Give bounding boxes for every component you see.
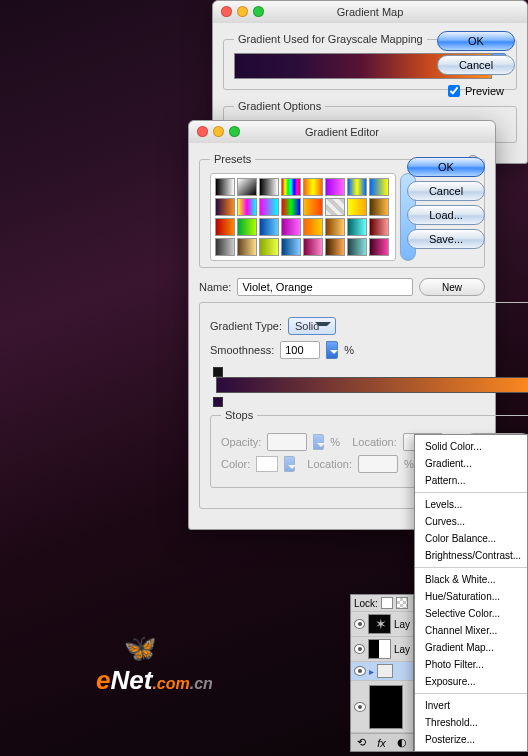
menu-item[interactable]: Gradient... xyxy=(415,455,527,472)
smoothness-dropdown-icon[interactable] xyxy=(326,341,338,359)
preset-swatch[interactable] xyxy=(237,198,257,216)
preset-swatch[interactable] xyxy=(369,238,389,256)
menu-item[interactable]: Brightness/Contrast... xyxy=(415,547,527,564)
minimize-icon[interactable] xyxy=(213,126,224,137)
preset-swatch[interactable] xyxy=(325,198,345,216)
preset-swatch[interactable] xyxy=(347,218,367,236)
layers-footer: ⟲ fx ◐ xyxy=(351,733,413,751)
menu-item[interactable]: Channel Mixer... xyxy=(415,622,527,639)
type-select[interactable]: Solid xyxy=(288,317,336,335)
lock-transparency-icon[interactable] xyxy=(381,597,393,609)
visibility-icon[interactable] xyxy=(354,702,366,712)
load-button[interactable]: Load... xyxy=(407,205,485,225)
menu-item[interactable]: Levels... xyxy=(415,496,527,513)
gradient-bar[interactable] xyxy=(210,367,528,407)
menu-item[interactable]: Curves... xyxy=(415,513,527,530)
color-stop-left[interactable] xyxy=(213,397,223,407)
menu-item[interactable]: Hue/Saturation... xyxy=(415,588,527,605)
preset-swatch[interactable] xyxy=(281,178,301,196)
menu-item[interactable]: Posterize... xyxy=(415,731,527,748)
preset-swatch[interactable] xyxy=(215,238,235,256)
new-button[interactable]: New xyxy=(419,278,485,296)
presets-legend: Presets xyxy=(210,153,255,165)
preset-swatch[interactable] xyxy=(303,178,323,196)
location-label: Location: xyxy=(352,436,397,448)
close-icon[interactable] xyxy=(221,6,232,17)
preset-swatch[interactable] xyxy=(281,198,301,216)
editor-cancel-button[interactable]: Cancel xyxy=(407,181,485,201)
preset-swatch[interactable] xyxy=(215,198,235,216)
adjustment-thumb[interactable] xyxy=(368,639,391,659)
butterfly-icon: 🦋 xyxy=(124,633,156,664)
link-icon[interactable]: ⟲ xyxy=(357,736,366,749)
layer-name: Lay xyxy=(394,644,410,655)
menu-item[interactable]: Exposure... xyxy=(415,673,527,690)
preview-checkbox[interactable]: Preview xyxy=(437,85,515,97)
preview-input[interactable] xyxy=(448,85,460,97)
preset-swatch[interactable] xyxy=(281,218,301,236)
ok-button[interactable]: OK xyxy=(437,31,515,51)
adjustment-layer-menu: Solid Color...Gradient...Pattern...Level… xyxy=(414,434,528,752)
menu-item[interactable]: Black & White... xyxy=(415,571,527,588)
preset-swatch[interactable] xyxy=(303,218,323,236)
cancel-button[interactable]: Cancel xyxy=(437,55,515,75)
preset-swatch[interactable] xyxy=(325,178,345,196)
preset-swatch[interactable] xyxy=(303,198,323,216)
gradient-map-titlebar[interactable]: Gradient Map xyxy=(213,1,527,23)
opacity-stop-left[interactable] xyxy=(213,367,223,377)
preset-swatch[interactable] xyxy=(325,218,345,236)
editor-titlebar[interactable]: Gradient Editor xyxy=(189,121,495,143)
layer-row[interactable]: Lay xyxy=(351,612,413,637)
layer-row[interactable] xyxy=(351,681,413,733)
preset-swatch[interactable] xyxy=(237,238,257,256)
zoom-icon[interactable] xyxy=(229,126,240,137)
menu-item[interactable]: Photo Filter... xyxy=(415,656,527,673)
visibility-icon[interactable] xyxy=(354,666,366,676)
menu-item[interactable]: Color Balance... xyxy=(415,530,527,547)
folder-icon[interactable] xyxy=(377,664,393,678)
preset-swatch[interactable] xyxy=(369,198,389,216)
preset-swatch[interactable] xyxy=(281,238,301,256)
preset-swatch[interactable] xyxy=(347,238,367,256)
layer-row-selected[interactable]: ▸ xyxy=(351,662,413,681)
menu-item[interactable]: Pattern... xyxy=(415,472,527,489)
visibility-icon[interactable] xyxy=(354,644,365,654)
layer-row[interactable]: Lay xyxy=(351,637,413,662)
preset-swatch[interactable] xyxy=(347,178,367,196)
preset-swatch[interactable] xyxy=(347,198,367,216)
mask-icon[interactable]: ◐ xyxy=(397,736,407,749)
opacity-dropdown-icon xyxy=(313,434,324,450)
layer-name: Lay xyxy=(394,619,410,630)
visibility-icon[interactable] xyxy=(354,619,365,629)
preset-swatch[interactable] xyxy=(325,238,345,256)
preset-swatch[interactable] xyxy=(237,178,257,196)
menu-item[interactable]: Threshold... xyxy=(415,714,527,731)
menu-item[interactable]: Invert xyxy=(415,697,527,714)
close-icon[interactable] xyxy=(197,126,208,137)
editor-ok-button[interactable]: OK xyxy=(407,157,485,177)
name-input[interactable] xyxy=(237,278,413,296)
location-label: Location: xyxy=(307,458,352,470)
layer-thumb[interactable] xyxy=(368,614,391,634)
minimize-icon[interactable] xyxy=(237,6,248,17)
preset-swatch[interactable] xyxy=(303,238,323,256)
stops-legend: Stops xyxy=(221,409,257,421)
preset-swatch[interactable] xyxy=(237,218,257,236)
smoothness-input[interactable] xyxy=(280,341,320,359)
fx-icon[interactable]: fx xyxy=(377,737,386,749)
preset-swatch[interactable] xyxy=(259,178,279,196)
save-button[interactable]: Save... xyxy=(407,229,485,249)
preset-swatch[interactable] xyxy=(369,178,389,196)
lock-pixels-icon[interactable] xyxy=(396,597,408,609)
preset-swatch[interactable] xyxy=(369,218,389,236)
background-thumb[interactable] xyxy=(369,685,403,729)
preset-swatch[interactable] xyxy=(259,238,279,256)
preset-swatch[interactable] xyxy=(215,178,235,196)
zoom-icon[interactable] xyxy=(253,6,264,17)
preset-swatch[interactable] xyxy=(259,198,279,216)
preset-swatch[interactable] xyxy=(215,218,235,236)
menu-item[interactable]: Gradient Map... xyxy=(415,639,527,656)
preset-swatch[interactable] xyxy=(259,218,279,236)
menu-item[interactable]: Selective Color... xyxy=(415,605,527,622)
menu-item[interactable]: Solid Color... xyxy=(415,438,527,455)
